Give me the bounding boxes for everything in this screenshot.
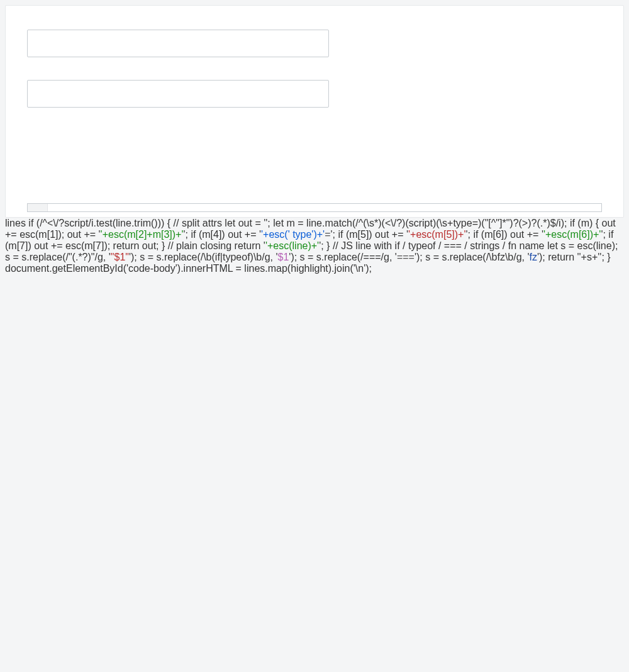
name-input[interactable] — [27, 30, 329, 57]
field-contents — [27, 198, 602, 212]
code-editor[interactable] — [27, 203, 602, 212]
field-description — [27, 75, 602, 108]
script-form-card — [5, 5, 624, 218]
code-gutter — [28, 204, 48, 211]
field-name — [27, 25, 602, 57]
description-input[interactable] — [27, 80, 329, 108]
code-body[interactable] — [48, 204, 601, 211]
